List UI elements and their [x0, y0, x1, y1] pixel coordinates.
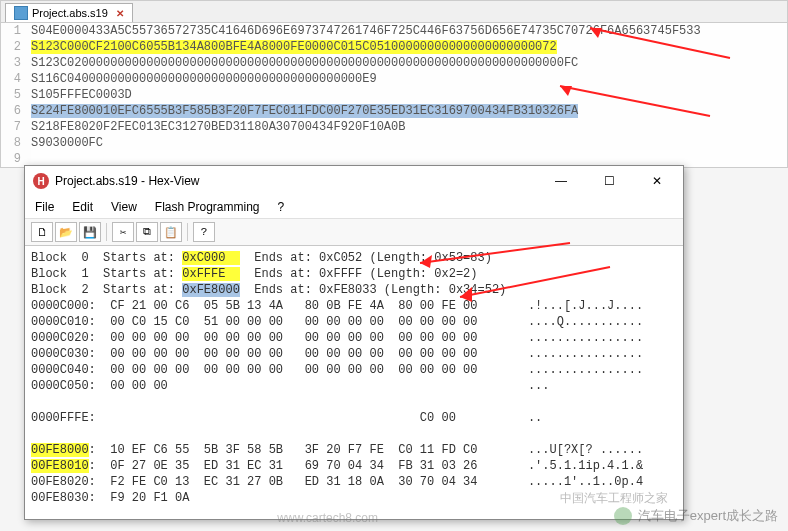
hex-row: 00FE8000: 10 EF C6 55 5B 3F 58 5B 3F 20 …	[31, 442, 677, 458]
source-editor: Project.abs.s19 ✕ 1S04E0000433A5C5573657…	[0, 0, 788, 168]
hex-row: 0000C050: 00 00 00 ...	[31, 378, 677, 394]
hex-body[interactable]: Block 0 Starts at: 0xC000 Ends at: 0xC05…	[25, 246, 683, 510]
hex-row	[31, 394, 677, 410]
source-line: 2S123C000CF2100C6055B134A800BFE4A8000FE0…	[1, 39, 787, 55]
source-line: 4S116C0400000000000000000000000000000000…	[1, 71, 787, 87]
menubar: FileEditViewFlash Programming?	[25, 196, 683, 219]
source-line: 1S04E0000433A5C55736572735C41646D696E697…	[1, 23, 787, 39]
hex-row: 0000C010: 00 C0 15 C0 51 00 00 00 00 00 …	[31, 314, 677, 330]
menu-?[interactable]: ?	[276, 198, 287, 216]
source-line: 5S105FFFEC0003D	[1, 87, 787, 103]
watermark: 汽车电子expert成长之路	[614, 507, 778, 525]
wechat-icon	[614, 507, 632, 525]
line-number: 1	[1, 23, 31, 39]
hex-row: 00FE8010: 0F 27 0E 35 ED 31 EC 31 69 70 …	[31, 458, 677, 474]
watermark-url: www.cartech8.com	[277, 511, 378, 525]
hex-row: 0000FFFE: C0 00 ..	[31, 410, 677, 426]
help-button[interactable]: ?	[193, 222, 215, 242]
paste-button[interactable]: 📋	[160, 222, 182, 242]
menu-edit[interactable]: Edit	[70, 198, 95, 216]
source-line: 7S218FE8020F2FEC013EC31270BED31180A30700…	[1, 119, 787, 135]
hex-row: 0000C000: CF 21 00 C6 05 5B 13 4A 80 0B …	[31, 298, 677, 314]
tab-filename: Project.abs.s19	[32, 7, 108, 19]
menu-file[interactable]: File	[33, 198, 56, 216]
source-body[interactable]: 1S04E0000433A5C55736572735C41646D696E697…	[1, 23, 787, 167]
hex-row	[31, 426, 677, 442]
separator-icon	[187, 223, 188, 241]
window-buttons: — ☐ ✕	[547, 172, 671, 190]
maximize-button[interactable]: ☐	[595, 172, 623, 190]
separator-icon	[106, 223, 107, 241]
close-button[interactable]: ✕	[643, 172, 671, 190]
block-summary: Block 2 Starts at: 0xFE8000 Ends at: 0xF…	[31, 282, 677, 298]
menu-flash-programming[interactable]: Flash Programming	[153, 198, 262, 216]
line-number: 3	[1, 55, 31, 71]
hex-row: 0000C040: 00 00 00 00 00 00 00 00 00 00 …	[31, 362, 677, 378]
file-icon	[14, 6, 28, 20]
file-tab[interactable]: Project.abs.s19 ✕	[5, 3, 133, 22]
titlebar[interactable]: H Project.abs.s19 - Hex-View — ☐ ✕	[25, 166, 683, 196]
source-line: 8S9030000FC	[1, 135, 787, 151]
tab-bar: Project.abs.s19 ✕	[1, 1, 787, 23]
minimize-button[interactable]: —	[547, 172, 575, 190]
window-title: Project.abs.s19 - Hex-View	[55, 174, 547, 188]
hex-row: 00FE8020: F2 FE C0 13 EC 31 27 0B ED 31 …	[31, 474, 677, 490]
watermark-text: 中国汽车工程师之家	[560, 490, 668, 507]
new-button[interactable]: 🗋	[31, 222, 53, 242]
line-number: 2	[1, 39, 31, 55]
hex-row: 0000C020: 00 00 00 00 00 00 00 00 00 00 …	[31, 330, 677, 346]
line-number: 7	[1, 119, 31, 135]
source-line: 6S224FE800010EFC6555B3F585B3F20F7FEC011F…	[1, 103, 787, 119]
toolbar: 🗋 📂 💾 ✂ ⧉ 📋 ?	[25, 219, 683, 246]
save-button[interactable]: 💾	[79, 222, 101, 242]
line-number: 5	[1, 87, 31, 103]
block-summary: Block 0 Starts at: 0xC000 Ends at: 0xC05…	[31, 250, 677, 266]
block-summary: Block 1 Starts at: 0xFFFE Ends at: 0xFFF…	[31, 266, 677, 282]
menu-view[interactable]: View	[109, 198, 139, 216]
app-icon: H	[33, 173, 49, 189]
close-icon[interactable]: ✕	[116, 8, 124, 19]
hex-view-window: H Project.abs.s19 - Hex-View — ☐ ✕ FileE…	[24, 165, 684, 520]
copy-button[interactable]: ⧉	[136, 222, 158, 242]
hex-row: 0000C030: 00 00 00 00 00 00 00 00 00 00 …	[31, 346, 677, 362]
cut-button[interactable]: ✂	[112, 222, 134, 242]
line-number: 6	[1, 103, 31, 119]
line-number: 8	[1, 135, 31, 151]
open-button[interactable]: 📂	[55, 222, 77, 242]
source-line: 3S123C0200000000000000000000000000000000…	[1, 55, 787, 71]
line-number: 4	[1, 71, 31, 87]
